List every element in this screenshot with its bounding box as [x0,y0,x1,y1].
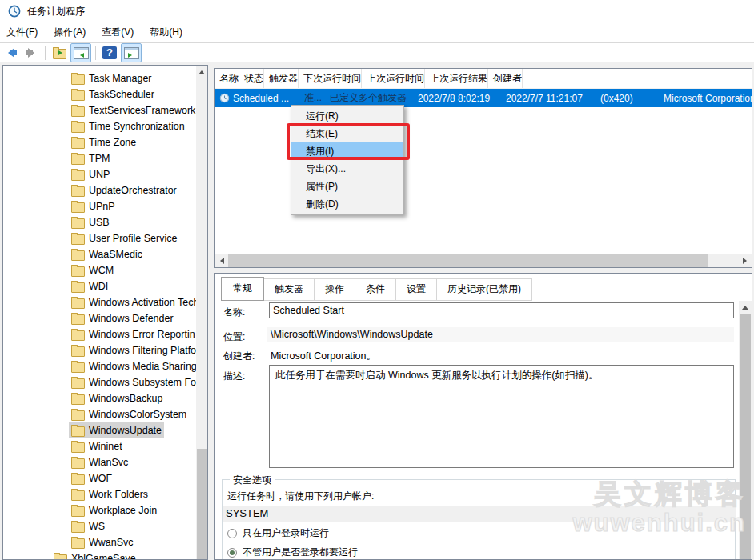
tree-item[interactable]: User Profile Service [3,230,198,246]
tree-item[interactable]: WOF [3,470,198,486]
tree-item[interactable]: UPnP [3,198,198,214]
details-tab[interactable]: 设置 [395,278,437,301]
folder-icon [71,282,85,293]
menu-item[interactable]: 文件(F) [0,22,46,42]
context-menu-item[interactable]: 结束(E) [291,125,403,142]
details-scrollbar-thumb[interactable] [740,314,751,560]
task-name-cell[interactable]: Scheduled ... [215,93,299,104]
folder-icon [71,442,85,453]
tree-item[interactable]: Work Folders [3,486,198,502]
radio-option[interactable]: 不管用户是否登录都要运行 [227,546,358,559]
tree-item[interactable]: Workplace Join [3,502,198,518]
folder-tree-panel: Task Manager TaskScheduler TextServicesF… [2,65,208,560]
tree-item[interactable]: XblGameSave [3,550,198,560]
menu-item[interactable]: 帮助(H) [142,22,191,42]
action-pane-toggle-button[interactable] [121,43,142,62]
tree-item-label: Task Manager [89,70,152,86]
tree-item[interactable]: USB [3,214,198,230]
radio-button-icon[interactable] [227,529,237,538]
context-menu-item[interactable]: 导出(X)... [291,160,403,178]
tree-item[interactable]: Windows Error Reportin [3,326,198,342]
tree-item[interactable]: UpdateOrchestrator [3,182,198,198]
tree-item[interactable]: Wininet [3,438,198,454]
tree-item[interactable]: WwanSvc [3,534,198,550]
task-trigger-cell[interactable]: 已定义多个触发器 [325,91,413,105]
scroll-left-arrow[interactable] [215,254,228,267]
tree-item-label: WindowsUpdate [89,422,162,438]
tree-item[interactable]: Task Manager [3,70,198,86]
context-menu-item[interactable]: 属性(P) [291,178,403,195]
scroll-up-arrow[interactable] [196,66,207,78]
context-menu: 运行(R) 结束(E) 禁用(I) 导出(X)... 属性(P) 删除(D) [291,105,404,215]
tree-item[interactable]: TPM [3,150,198,166]
tree-item[interactable]: WlanSvc [3,454,198,470]
tree-item[interactable]: WDI [3,278,198,294]
context-menu-item[interactable]: 删除(D) [291,195,403,213]
scroll-right-arrow[interactable] [738,254,752,267]
task-name: Scheduled ... [233,93,289,104]
tree-item[interactable]: TextServicesFramework [3,102,198,118]
column-header[interactable]: 上次运行时间 [362,69,425,88]
tree-item[interactable]: Windows Filtering Platfo [3,342,198,358]
folder-icon [71,362,85,373]
column-header[interactable]: 上次运行结果 [425,69,488,88]
console-pane-toggle-button[interactable] [70,43,91,62]
task-next-run-cell[interactable]: 2022/7/8 8:02:19 [413,93,501,104]
tree-item[interactable]: Windows Activation Tech [3,294,198,310]
context-menu-item[interactable]: 禁用(I) [291,142,403,160]
tree-scrollbar[interactable] [196,66,207,559]
description-field-value[interactable]: 此任务用于在需要时启动 Windows 更新服务以执行计划的操作(如扫描)。 [269,365,734,468]
tree-item[interactable]: WS [3,518,198,534]
name-field-value[interactable]: Scheduled Start [269,302,734,318]
radio-button-icon[interactable] [227,548,237,558]
tree-item-label: WCM [89,262,114,278]
radio-option[interactable]: 只在用户登录时运行 [227,526,329,540]
task-author-cell[interactable]: Microsoft Corporation [659,93,752,104]
tree-item[interactable]: Windows Media Sharing [3,358,198,374]
task-last-run-cell[interactable]: 2022/7/7 11:21:07 [501,93,596,104]
context-menu-item[interactable]: 运行(R) [291,107,403,125]
tree-item[interactable]: Time Synchronization [3,118,198,134]
tree-item[interactable]: UNP [3,166,198,182]
horizontal-scrollbar[interactable] [215,254,752,267]
tree-item-label: Windows Filtering Platfo [89,342,196,358]
tree-scrollbar-thumb[interactable] [197,449,207,560]
tree-item[interactable]: Windows Defender [3,310,198,326]
details-tab[interactable]: 常规 [221,277,264,301]
toolbar-separator [95,46,96,60]
menu-item[interactable]: 操作(A) [46,22,94,42]
folder-icon [71,138,85,149]
folder-icon [71,506,85,517]
menu-item[interactable]: 查看(V) [94,22,142,42]
column-header[interactable]: 状态 [239,69,264,88]
radio-option-label: 不管用户是否登录都要运行 [243,546,358,559]
tree-item[interactable]: WindowsBackup [3,390,198,406]
scroll-up-arrow[interactable] [739,301,752,314]
forward-button[interactable] [22,44,41,62]
back-button[interactable] [1,44,20,62]
tree-item[interactable]: Time Zone [3,134,198,150]
folder-icon [71,266,85,277]
column-header[interactable]: 下次运行时间 [299,69,362,88]
show-hide-tree-button[interactable] [50,44,69,62]
task-status-cell[interactable]: 准... [299,91,325,105]
task-last-result-cell[interactable]: (0x420) [596,93,659,104]
hscrollbar-thumb[interactable] [228,254,708,267]
column-header[interactable]: 创建者 [488,69,523,88]
author-field-label: 创建者: [223,350,255,363]
tree-item[interactable]: WindowsColorSystem [3,406,198,422]
column-header[interactable]: 触发器 [264,69,299,88]
details-tab[interactable]: 条件 [355,278,396,301]
tree-item[interactable]: TaskScheduler [3,86,198,102]
details-tab[interactable]: 操作 [314,278,355,301]
details-tab[interactable]: 触发器 [263,278,315,301]
tree-item[interactable]: Windows Subsystem For [3,374,198,390]
details-scrollbar[interactable] [739,301,752,560]
tree-item[interactable]: WCM [3,262,198,278]
tree-item[interactable]: WaaSMedic [3,246,198,262]
details-tab[interactable]: 历史记录(已禁用) [436,278,532,301]
back-arrow-icon [3,48,18,58]
tree-item[interactable]: WindowsUpdate [3,422,198,438]
help-button[interactable]: ? [100,44,119,62]
column-header[interactable]: 名称 [215,69,239,88]
